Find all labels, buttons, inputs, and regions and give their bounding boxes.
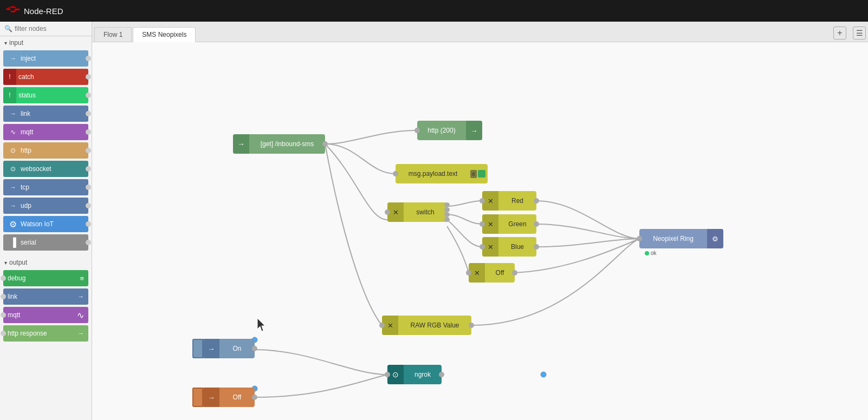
- sidebar-node-websocket[interactable]: ⊙ websocket: [3, 161, 88, 177]
- sidebar-node-inject[interactable]: → inject: [3, 50, 88, 67]
- svg-point-9: [541, 372, 546, 377]
- payload-label: msg.payload.text: [396, 170, 470, 178]
- sidebar-node-watson-iot[interactable]: ⚙ Watson IoT: [3, 216, 88, 232]
- http200-icon-right: →: [466, 121, 482, 140]
- sidebar-node-status[interactable]: ! status: [3, 87, 88, 103]
- tab-flow1[interactable]: Flow 1: [94, 27, 132, 42]
- on-port-right: [252, 346, 257, 351]
- sidebar-search-container[interactable]: 🔍: [0, 22, 92, 36]
- neopixel-icon-right: ⚙: [707, 229, 723, 248]
- node-ngrok[interactable]: ⊙ ngrok: [387, 365, 442, 384]
- off-checkbox: [192, 388, 203, 407]
- node-raw-rgb[interactable]: ✕ RAW RGB Value: [382, 316, 471, 335]
- tcp-icon: →: [8, 182, 18, 193]
- get-inbound-icon: →: [233, 134, 249, 154]
- sidebar-node-http[interactable]: ⊙ http: [3, 142, 88, 159]
- node-on-inject[interactable]: → On: [192, 339, 255, 358]
- raw-rgb-label: RAW RGB Value: [398, 321, 471, 329]
- neopixel-status: ok: [645, 250, 657, 256]
- switch-out3: [444, 212, 450, 217]
- sidebar-node-link-out[interactable]: link →: [3, 288, 88, 305]
- off-arrow-icon: →: [203, 388, 219, 407]
- serial-label: serial: [21, 239, 36, 246]
- sidebar-node-udp[interactable]: → udp: [3, 198, 88, 214]
- blue-port-right: [534, 244, 539, 250]
- mqtt-label: mqtt: [21, 128, 33, 136]
- watson-iot-label: Watson IoT: [21, 220, 54, 228]
- chevron-input: ▾: [4, 40, 7, 46]
- mqtt-handle: [86, 129, 91, 135]
- node-http-200[interactable]: http (200) →: [417, 121, 482, 140]
- catch-icon: !: [3, 69, 16, 85]
- sidebar: 🔍 ▾ input → inject ! catch: [0, 22, 92, 420]
- blue-port-left: [480, 244, 485, 250]
- link-icon: →: [8, 108, 18, 119]
- debug-label: debug: [8, 274, 25, 282]
- red-port-right: [534, 198, 539, 204]
- tabs-bar-right: + ☰: [833, 27, 866, 42]
- node-neopixel-ring[interactable]: Neopixel Ring ⚙ ok: [639, 229, 723, 248]
- payload-port-left: [393, 171, 398, 176]
- flow-canvas[interactable]: → [get] /inbound-sms http (200) → msg.pa…: [92, 42, 868, 420]
- red-label: Red: [498, 197, 536, 205]
- http-response-label: http response: [8, 330, 47, 337]
- tcp-handle: [86, 185, 91, 190]
- ngrok-label: ngrok: [404, 371, 442, 378]
- websocket-icon: ⊙: [8, 163, 18, 174]
- sidebar-node-tcp[interactable]: → tcp: [3, 179, 88, 195]
- on-label: On: [219, 345, 255, 352]
- catch-label: catch: [18, 73, 34, 81]
- sidebar-section-output[interactable]: ▾ output: [0, 256, 92, 269]
- switch-out1: [444, 202, 450, 207]
- neopixel-status-dot: [645, 251, 649, 255]
- sidebar-section-input[interactable]: ▾ input: [0, 36, 92, 49]
- node-red[interactable]: ✕ Red: [482, 191, 536, 211]
- node-off-inject[interactable]: → Off: [192, 388, 255, 407]
- http-icon: ⊙: [8, 145, 18, 156]
- neopixel-label: Neopixel Ring: [639, 235, 707, 242]
- node-off-function[interactable]: ✕ Off: [469, 263, 515, 283]
- websocket-handle: [86, 166, 91, 172]
- tab-sms-neopixels-label: SMS Neopixels: [142, 31, 186, 38]
- add-tab-button[interactable]: +: [833, 27, 846, 40]
- node-blue[interactable]: ✕ Blue: [482, 237, 536, 257]
- link-handle: [86, 111, 91, 116]
- sidebar-node-mqtt-out[interactable]: mqtt ∿: [3, 307, 88, 323]
- off-func-port-right: [512, 270, 517, 275]
- node-get-inbound-sms[interactable]: → [get] /inbound-sms: [233, 134, 325, 154]
- sidebar-node-catch[interactable]: ! catch: [3, 69, 88, 85]
- search-icon: 🔍: [4, 25, 12, 32]
- sidebar-node-mqtt[interactable]: ∿ mqtt: [3, 124, 88, 140]
- neopixel-status-text: ok: [651, 250, 657, 256]
- canvas-area[interactable]: Flow 1 SMS Neopixels + ☰: [92, 22, 868, 420]
- on-checkbox: [192, 339, 203, 358]
- search-input[interactable]: [15, 25, 87, 32]
- switch-out4: [444, 217, 450, 222]
- node-switch[interactable]: ✕ switch: [387, 202, 447, 222]
- tcp-label: tcp: [21, 183, 29, 191]
- on-arrow-icon: →: [203, 339, 219, 358]
- sidebar-node-link[interactable]: → link: [3, 106, 88, 122]
- tab-sms-neopixels[interactable]: SMS Neopixels: [133, 27, 196, 42]
- payload-list-icon: ≡: [470, 170, 477, 178]
- sidebar-node-http-response[interactable]: http response →: [3, 325, 88, 342]
- switch-out2: [444, 207, 450, 212]
- chevron-output: ▾: [4, 260, 7, 266]
- serial-handle: [86, 240, 91, 245]
- switch-port-left: [385, 209, 390, 215]
- sidebar-node-debug[interactable]: debug ≡: [3, 270, 88, 286]
- svg-rect-1: [11, 6, 15, 8]
- udp-label: udp: [21, 202, 31, 209]
- node-green[interactable]: ✕ Green: [482, 214, 536, 234]
- raw-rgb-port-left: [379, 323, 385, 328]
- sidebar-node-serial[interactable]: ▐ serial: [3, 234, 88, 251]
- link-out-icon: →: [77, 293, 84, 300]
- mqtt-out-label: mqtt: [8, 311, 20, 319]
- tab-flow1-label: Flow 1: [103, 31, 122, 38]
- mouse-cursor: [257, 318, 268, 329]
- tabs-bar: Flow 1 SMS Neopixels + ☰: [92, 22, 868, 42]
- watson-handle: [86, 221, 91, 227]
- off-func-port-left: [466, 270, 471, 275]
- node-msg-payload-text[interactable]: msg.payload.text ≡: [396, 164, 488, 183]
- tab-menu-button[interactable]: ☰: [853, 27, 866, 40]
